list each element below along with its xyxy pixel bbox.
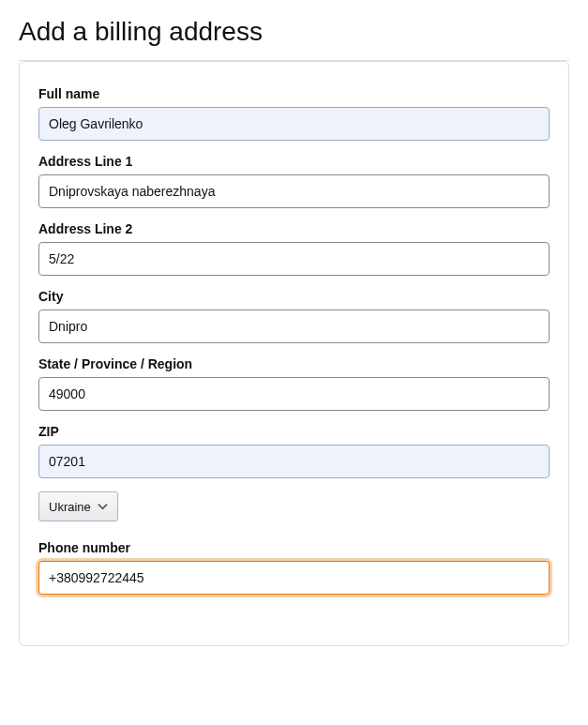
city-input[interactable] bbox=[38, 310, 550, 343]
address-line-2-input[interactable] bbox=[38, 242, 550, 276]
billing-address-form: Full name Address Line 1 Address Line 2 … bbox=[19, 61, 569, 646]
phone-input[interactable] bbox=[38, 561, 550, 595]
zip-input[interactable] bbox=[38, 445, 550, 478]
country-selector[interactable]: Ukraine bbox=[38, 491, 118, 521]
state-input[interactable] bbox=[38, 377, 550, 411]
full-name-input[interactable] bbox=[38, 107, 550, 141]
state-label: State / Province / Region bbox=[38, 356, 550, 371]
page-title: Add a billing address bbox=[19, 17, 569, 47]
zip-label: ZIP bbox=[38, 424, 550, 439]
address-line-2-label: Address Line 2 bbox=[38, 221, 550, 236]
address-line-1-input[interactable] bbox=[38, 174, 550, 208]
chevron-down-icon bbox=[98, 503, 108, 510]
city-label: City bbox=[38, 289, 550, 304]
phone-label: Phone number bbox=[38, 540, 550, 555]
address-line-1-label: Address Line 1 bbox=[38, 154, 550, 169]
full-name-label: Full name bbox=[38, 86, 550, 101]
country-selected-value: Ukraine bbox=[49, 500, 91, 514]
